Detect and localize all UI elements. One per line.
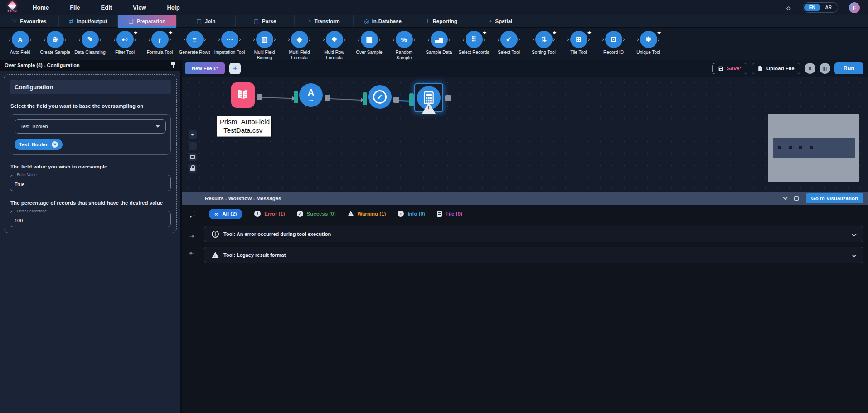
- tab-in-database[interactable]: ◎In-Database: [354, 15, 412, 27]
- message-warning[interactable]: !Tool: Legacy result format: [204, 247, 863, 263]
- language-ar[interactable]: AR: [820, 4, 837, 11]
- language-en[interactable]: EN: [804, 4, 820, 11]
- run-button[interactable]: Run: [834, 62, 863, 74]
- node-select-tool[interactable]: ✓: [368, 85, 392, 109]
- results-panel-header[interactable]: Results - Workflow - Messages Go to Visu…: [182, 192, 868, 205]
- warning-badge-icon: !: [422, 102, 436, 114]
- tool-tile-tool[interactable]: ›⊞›★Tile Tool: [561, 30, 596, 55]
- percentage-input[interactable]: Enter Percentage 100: [10, 211, 171, 227]
- tab-join[interactable]: ◫Join: [177, 15, 236, 27]
- user-avatar[interactable]: F: [849, 2, 860, 13]
- preparation-icon: ❏: [129, 18, 134, 24]
- filter-error[interactable]: !Error (1): [254, 211, 285, 217]
- node-select-input-anchor[interactable]: [363, 92, 367, 105]
- tool-create-sample[interactable]: ›⊕›Create Sample: [38, 30, 73, 55]
- node-select-output-anchor[interactable]: [393, 97, 399, 103]
- zoom-out-button[interactable]: −: [189, 142, 197, 150]
- go-to-visualization-button[interactable]: Go to Visualization: [806, 193, 863, 203]
- tool-label: Select Tool: [498, 50, 520, 55]
- tool-select-records[interactable]: ›⠿›★Select Records: [456, 30, 491, 55]
- tool-formula-tool[interactable]: ›ƒ›★Formula Tool: [142, 30, 177, 55]
- filter-tool-icon: ●○: [116, 31, 134, 48]
- expand-results-icon[interactable]: [794, 196, 799, 201]
- tab-transform[interactable]: ◔Transform: [295, 15, 354, 27]
- node-over-sample-selected[interactable]: !: [414, 83, 443, 112]
- tool-over-sample[interactable]: ›▦›Over Sample: [352, 30, 387, 55]
- chevron-right-icon: ›: [30, 37, 32, 42]
- menu-item-file[interactable]: File: [70, 4, 80, 11]
- connection-1[interactable]: [262, 97, 292, 99]
- upload-file-button[interactable]: Upload File: [752, 63, 800, 74]
- node-oversample-input-anchor[interactable]: [409, 93, 414, 106]
- messages-bubble-icon[interactable]: [189, 211, 195, 216]
- tool-generate-rows[interactable]: ›≡›Generate Rows: [177, 30, 212, 55]
- tool-sorting-tool[interactable]: ›⇅›★Sorting Tool: [526, 30, 561, 55]
- selected-field-chip[interactable]: Test_Boolen ✕: [15, 139, 63, 150]
- dock-left-icon[interactable]: ⇤: [189, 250, 194, 256]
- collapse-results-icon[interactable]: [783, 196, 787, 200]
- node-oversample-output-anchor[interactable]: [445, 95, 451, 101]
- chevron-down-icon[interactable]: [852, 232, 857, 236]
- lock-canvas-button[interactable]: [189, 164, 197, 173]
- connection-2[interactable]: [330, 98, 361, 101]
- node-autofield-output-anchor[interactable]: [325, 95, 330, 101]
- language-toggle[interactable]: EN AR: [803, 2, 838, 13]
- menu-item-help[interactable]: Help: [167, 4, 179, 11]
- tab-spatial[interactable]: ⌖Spatial: [471, 15, 530, 27]
- chevron-left-icon: ›: [288, 37, 290, 42]
- tool-imputation-tool[interactable]: ›⋯›Imputation Tool: [212, 30, 247, 55]
- tool-select-tool[interactable]: ›✔›Select Tool: [491, 30, 526, 55]
- add-workflow-tab-button[interactable]: +: [229, 63, 241, 74]
- tab-reporting[interactable]: TReporting: [412, 15, 471, 27]
- canvas-minimap[interactable]: [768, 114, 859, 182]
- workflow-tab-bar: New File 1* + Save* Upload File ≡ ||| Ru…: [182, 60, 868, 77]
- generate-rows-icon: ≡: [186, 31, 204, 48]
- message-error[interactable]: !Tool: An error occurred during tool exe…: [204, 226, 863, 242]
- workflow-tab[interactable]: New File 1*: [185, 62, 225, 74]
- tool-random-sample[interactable]: ›%›Random Sample: [387, 30, 422, 60]
- tab-favourites[interactable]: ♡Favourites: [0, 15, 59, 27]
- filter-file[interactable]: File (0): [437, 211, 462, 217]
- tool-record-id[interactable]: ›⊡›Record ID: [596, 30, 631, 55]
- menu-item-home[interactable]: Home: [33, 4, 49, 11]
- menu-item-view[interactable]: View: [133, 4, 146, 11]
- tool-unique-tool[interactable]: ›❋›★Unique Tool: [631, 30, 666, 55]
- filter-success[interactable]: ✓Success (0): [297, 211, 336, 217]
- chevron-left-icon: ›: [463, 37, 465, 42]
- tab-input-output[interactable]: ⇄Input/output: [59, 15, 118, 27]
- tab-preparation[interactable]: ❏Preparation: [118, 15, 177, 27]
- tool-sample-data[interactable]: ›▃▆›Sample Data: [422, 30, 456, 55]
- chevron-down-icon[interactable]: [852, 253, 857, 257]
- align-vertical-button[interactable]: |||: [820, 63, 830, 74]
- field-select-dropdown[interactable]: Test_Boolen: [15, 119, 166, 134]
- tool-data-cleansing[interactable]: ›✎›Data Cleansing: [73, 30, 107, 55]
- minimap-viewport[interactable]: [773, 138, 855, 158]
- node-input-file[interactable]: [231, 82, 255, 108]
- tool-multi-field-formula[interactable]: ›◈›Multi-Field Formula: [282, 30, 317, 60]
- tab-parse[interactable]: ▢Parse: [236, 15, 295, 27]
- tool-auto-field[interactable]: ›A›Auto Field: [3, 30, 38, 55]
- pin-icon[interactable]: [170, 62, 176, 68]
- theme-toggle-icon[interactable]: ☼: [785, 4, 792, 12]
- node-auto-field[interactable]: A →: [299, 83, 323, 107]
- filter-warning[interactable]: !Warning (1): [348, 211, 386, 216]
- filter-all[interactable]: ∞All (2): [209, 209, 242, 219]
- align-horizontal-button[interactable]: ≡: [805, 63, 815, 74]
- node-input-output-anchor[interactable]: [257, 94, 262, 100]
- tool-filter-tool[interactable]: ›●○›★Filter Tool: [107, 30, 142, 55]
- dock-right-icon[interactable]: ⇥: [189, 233, 194, 240]
- workflow-canvas[interactable]: + − Prism_AutoField _TestData.csv: [182, 77, 868, 192]
- menu-item-edit[interactable]: Edit: [101, 4, 112, 11]
- chip-remove-icon[interactable]: ✕: [52, 141, 58, 148]
- node-autofield-input-anchor[interactable]: [294, 91, 298, 103]
- fit-to-screen-button[interactable]: [189, 153, 197, 161]
- tool-multi-field-binning[interactable]: ›▥›Multi Field Binning: [247, 30, 282, 60]
- save-button[interactable]: Save*: [712, 63, 747, 74]
- results-panel-body: ⇥ ⇤ ∞All (2)!Error (1)✓Success (0)!Warni…: [182, 205, 868, 413]
- tool-multi-row-formula[interactable]: ›❖›Multi-Row Formula: [317, 30, 352, 60]
- value-input[interactable]: Enter Value True: [10, 175, 171, 191]
- filter-info[interactable]: iInfo (0): [398, 211, 425, 217]
- parse-icon: ▢: [254, 18, 259, 24]
- zoom-in-button[interactable]: +: [189, 130, 197, 139]
- chevron-right-icon: ›: [239, 37, 241, 42]
